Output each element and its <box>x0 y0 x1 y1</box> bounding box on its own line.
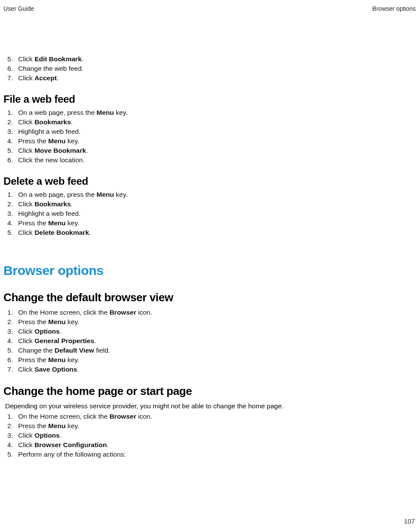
list-item: 2.Press the Menu key. <box>3 421 416 431</box>
list-item: 1.On a web page, press the Menu key. <box>3 190 416 199</box>
heading-file-web-feed: File a web feed <box>3 93 416 105</box>
item-number: 6. <box>4 64 18 73</box>
header-left: User Guide <box>3 5 34 12</box>
item-text: Highlight a web feed. <box>18 127 416 136</box>
item-number: 3. <box>4 431 18 440</box>
list-item: 3.Highlight a web feed. <box>3 209 416 218</box>
item-number: 1. <box>4 190 18 199</box>
list-item: 1.On the Home screen, click the Browser … <box>3 308 416 317</box>
item-number: 5. <box>4 346 18 355</box>
item-text: Click Options. <box>18 431 416 440</box>
item-number: 1. <box>4 412 18 421</box>
item-number: 7. <box>4 73 18 83</box>
item-number: 6. <box>4 155 18 165</box>
list-item: 3.Highlight a web feed. <box>3 127 416 136</box>
page-number: 107 <box>404 517 415 525</box>
item-number: 1. <box>4 308 18 317</box>
item-text: Click the new location. <box>18 155 416 165</box>
item-text: Click Move Bookmark. <box>18 146 416 155</box>
item-number: 4. <box>4 440 18 450</box>
item-number: 5. <box>4 54 18 64</box>
list-item: 6.Press the Menu key. <box>3 355 416 365</box>
list-item: 1.On a web page, press the Menu key. <box>3 108 416 117</box>
item-text: Click Options. <box>18 327 416 336</box>
list-item: 2.Click Bookmarks. <box>3 117 416 127</box>
list-item: 4.Press the Menu key. <box>3 136 416 146</box>
item-number: 7. <box>4 365 18 374</box>
intro-paragraph: Depending on your wireless service provi… <box>5 401 416 411</box>
heading-browser-options: Browser options <box>3 263 416 278</box>
list-s5: 1.On the Home screen, click the Browser … <box>3 412 416 459</box>
item-number: 4. <box>4 136 18 146</box>
item-text: Click General Properties. <box>18 336 416 346</box>
heading-change-home-page: Change the home page or start page <box>3 385 416 398</box>
item-text: Click Save Options. <box>18 365 416 374</box>
item-text: Click Bookmarks. <box>18 199 416 209</box>
item-text: Press the Menu key. <box>18 317 416 327</box>
item-number: 2. <box>4 117 18 127</box>
item-text: Press the Menu key. <box>18 136 416 146</box>
item-number: 2. <box>4 317 18 327</box>
list-s4: 1.On the Home screen, click the Browser … <box>3 308 416 374</box>
list-item: 6.Click the new location. <box>3 155 416 165</box>
list-item: 5.Click Move Bookmark. <box>3 146 416 155</box>
list-item: 5.Perform any of the following actions: <box>3 450 416 459</box>
list-s1: 1.On a web page, press the Menu key. 2.C… <box>3 108 416 165</box>
header-right: Browser options <box>373 5 416 12</box>
item-text: Click Accept. <box>18 73 416 83</box>
item-text: Press the Menu key. <box>18 355 416 365</box>
item-text: On a web page, press the Menu key. <box>18 108 416 117</box>
item-number: 3. <box>4 127 18 136</box>
list-item: 4.Click General Properties. <box>3 336 416 346</box>
list-item: 3.Click Options. <box>3 431 416 440</box>
item-text: Change the web feed. <box>18 64 416 73</box>
list-item: 4.Press the Menu key. <box>3 218 416 228</box>
item-number: 6. <box>4 355 18 365</box>
list-item: 2.Click Bookmarks. <box>3 199 416 209</box>
item-text: Click Browser Configuration. <box>18 440 416 450</box>
list-item: 1.On the Home screen, click the Browser … <box>3 412 416 421</box>
item-text: On a web page, press the Menu key. <box>18 190 416 199</box>
list-s2: 1.On a web page, press the Menu key. 2.C… <box>3 190 416 237</box>
item-text: On the Home screen, click the Browser ic… <box>18 308 416 317</box>
list-item: 5. Click Edit Bookmark. <box>3 54 416 64</box>
item-text: Highlight a web feed. <box>18 209 416 218</box>
item-text: Click Delete Bookmark. <box>18 228 416 237</box>
list-item: 2.Press the Menu key. <box>3 317 416 327</box>
list-item: 4.Click Browser Configuration. <box>3 440 416 450</box>
item-number: 1. <box>4 108 18 117</box>
item-text: Change the Default View field. <box>18 346 416 355</box>
list-item: 5.Click Delete Bookmark. <box>3 228 416 237</box>
item-number: 5. <box>4 450 18 459</box>
item-number: 3. <box>4 327 18 336</box>
item-number: 2. <box>4 199 18 209</box>
item-text: On the Home screen, click the Browser ic… <box>18 412 416 421</box>
item-text: Click Bookmarks. <box>18 117 416 127</box>
item-text: Click Edit Bookmark. <box>18 54 416 64</box>
item-number: 4. <box>4 336 18 346</box>
list-item: 5.Change the Default View field. <box>3 346 416 355</box>
list-s0: 5. Click Edit Bookmark. 6. Change the we… <box>3 54 416 83</box>
heading-delete-web-feed: Delete a web feed <box>3 175 416 187</box>
item-number: 5. <box>4 146 18 155</box>
item-number: 2. <box>4 421 18 431</box>
heading-change-default-view: Change the default browser view <box>3 291 416 304</box>
item-number: 5. <box>4 228 18 237</box>
list-item: 6. Change the web feed. <box>3 64 416 73</box>
item-text: Press the Menu key. <box>18 218 416 228</box>
item-number: 3. <box>4 209 18 218</box>
item-text: Perform any of the following actions: <box>18 450 416 459</box>
list-item: 7. Click Accept. <box>3 73 416 83</box>
list-item: 3.Click Options. <box>3 327 416 336</box>
list-item: 7.Click Save Options. <box>3 365 416 374</box>
item-number: 4. <box>4 218 18 228</box>
item-text: Press the Menu key. <box>18 421 416 431</box>
